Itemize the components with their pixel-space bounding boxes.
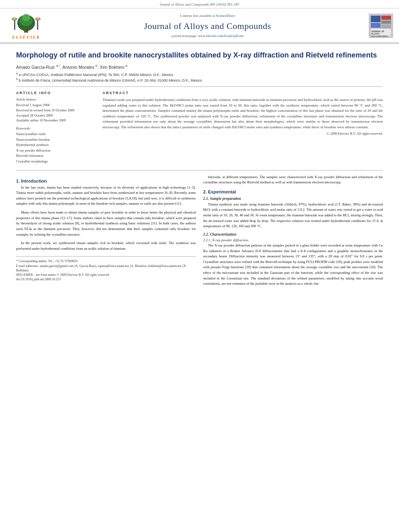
body-columns: 1. Introduction In the last years, titan… — [16, 175, 383, 290]
footnote-doi: doi:10.1016/j.jallcom.2009.10.253 — [16, 277, 196, 281]
divider-2 — [16, 170, 383, 170]
keyword-2: Nanocrystalline brookite — [16, 137, 95, 143]
footnote-emails: E-mail addresses: amado.garcia@gmail.com… — [16, 264, 196, 273]
keyword-1: Nanocrystalline rutile — [16, 131, 95, 137]
journal-header: ELSEVIER Contents lists available at Sci… — [0, 8, 399, 43]
intro-para-2: Many efforts have been made to obtain ti… — [16, 210, 196, 237]
experimental-title: 2. Experimental — [203, 189, 383, 194]
abstract-text: Titanium oxide was prepared under hydrot… — [103, 97, 383, 130]
journal-logo-box: JOURNAL OF ALLOYS AND COMPOUNDS — [369, 14, 393, 38]
keywords-label: Keywords: — [16, 126, 95, 130]
svg-rect-7 — [37, 20, 38, 30]
svg-point-9 — [36, 17, 40, 20]
svg-rect-12 — [371, 16, 380, 22]
sample-prep-text: Titania synthesis was made using titaniu… — [203, 202, 383, 229]
accepted-date: Accepted 28 October 2009 — [16, 113, 95, 118]
svg-text:ALLOYS: ALLOYS — [371, 33, 380, 35]
revised-date: Received in revised form 19 October 2009 — [16, 108, 95, 113]
keywords-section: Keywords: Nanocrystalline rutile Nanocry… — [16, 126, 95, 164]
footnote-issn: 0925-8388/$ – see front matter © 2009 El… — [16, 273, 196, 277]
sciencedirect-link[interactable]: ScienceDirect — [216, 14, 235, 18]
divider — [16, 86, 383, 87]
xray-text: The X-ray powder diffraction patterns of… — [203, 243, 383, 287]
footnote-area: * Corresponding author. Tel.: +52 55 579… — [16, 256, 196, 281]
received-date: Received 1 August 2008 — [16, 103, 95, 108]
svg-rect-4 — [14, 20, 15, 30]
top-bar: Journal of Alloys and Compounds 495 (201… — [0, 0, 399, 8]
keyword-3: Hydrothermal synthesis — [16, 142, 95, 148]
journal-center: Contents lists available at ScienceDirec… — [52, 12, 363, 39]
svg-point-3 — [22, 14, 30, 21]
svg-point-6 — [12, 17, 16, 20]
journal-homepage: journal homepage: www.elsevier.com/locat… — [172, 34, 244, 38]
characterization-title: 2.2. Characterization — [203, 232, 383, 236]
intro-para-3: In the present work, we synthesized tita… — [16, 240, 196, 251]
body-right-col: butoxide, at different temperatures. The… — [203, 175, 383, 290]
keyword-5: Rietveld refinement — [16, 153, 95, 159]
journal-logo-right: JOURNAL OF ALLOYS AND COMPOUNDS — [367, 12, 395, 39]
elsevier-wordmark: ELSEVIER — [12, 35, 40, 39]
article-title: Morphology of rutile and brookite nanocr… — [16, 51, 383, 60]
footnote-corresponding: * Corresponding author. Tel.: +52 55 579… — [16, 259, 196, 263]
homepage-url[interactable]: www.elsevier.com/locate/jallcom — [198, 34, 243, 38]
sample-prep-title: 2.1. Sample preparation — [203, 197, 383, 201]
xray-title: 2.2.1. X-ray powder diffraction — [203, 238, 383, 242]
svg-rect-14 — [381, 21, 391, 24]
affiliation-a: a a UPICSA-COFAA, Instituto Politécnico … — [16, 72, 383, 77]
body-left-col: 1. Introduction In the last years, titan… — [16, 175, 196, 290]
authors-line: Amado García-Ruiz a,*, Antonio Morales b… — [16, 64, 383, 70]
article-info-col: ARTICLE INFO Article history: Received 1… — [16, 91, 95, 164]
affiliation-b: b b Instituto de Física, Universidad Nac… — [16, 78, 383, 82]
intro-para-1: In the last years, titania has been stud… — [16, 185, 196, 207]
info-abstract-columns: ARTICLE INFO Article history: Received 1… — [16, 91, 383, 164]
journal-logo-icon: JOURNAL OF ALLOYS AND COMPOUNDS — [369, 14, 393, 37]
abstract-col: ABSTRACT Titanium oxide was prepared und… — [103, 91, 383, 164]
journal-ref: Journal of Alloys and Compounds 495 (201… — [160, 2, 240, 6]
intro-title: 1. Introduction — [16, 179, 196, 183]
available-date: Available online 10 November 2009 — [16, 118, 95, 123]
abstract-heading: ABSTRACT — [103, 91, 383, 95]
page-wrapper: Journal of Alloys and Compounds 495 (201… — [0, 0, 399, 532]
main-content: Morphology of rutile and brookite nanocr… — [0, 43, 399, 297]
svg-rect-13 — [381, 16, 391, 20]
journal-title: Journal of Alloys and Compounds — [144, 21, 271, 31]
keyword-6: Crystallite morphology — [16, 159, 95, 164]
intro-cont-para: butoxide, at different temperatures. The… — [203, 175, 383, 185]
copyright-line: © 2009 Elsevier B.V. All rights reserved… — [103, 131, 383, 136]
history-label: Article history: — [16, 97, 95, 101]
article-info-heading: ARTICLE INFO — [16, 91, 95, 95]
elsevier-logo: ELSEVIER — [4, 12, 48, 39]
sciencedirect-line: Contents lists available at ScienceDirec… — [180, 14, 235, 18]
elsevier-tree-icon — [10, 12, 42, 34]
svg-text:AND COMPOUNDS: AND COMPOUNDS — [371, 35, 388, 37]
keyword-4: X-ray powder diffraction — [16, 148, 95, 154]
svg-rect-15 — [371, 23, 380, 28]
